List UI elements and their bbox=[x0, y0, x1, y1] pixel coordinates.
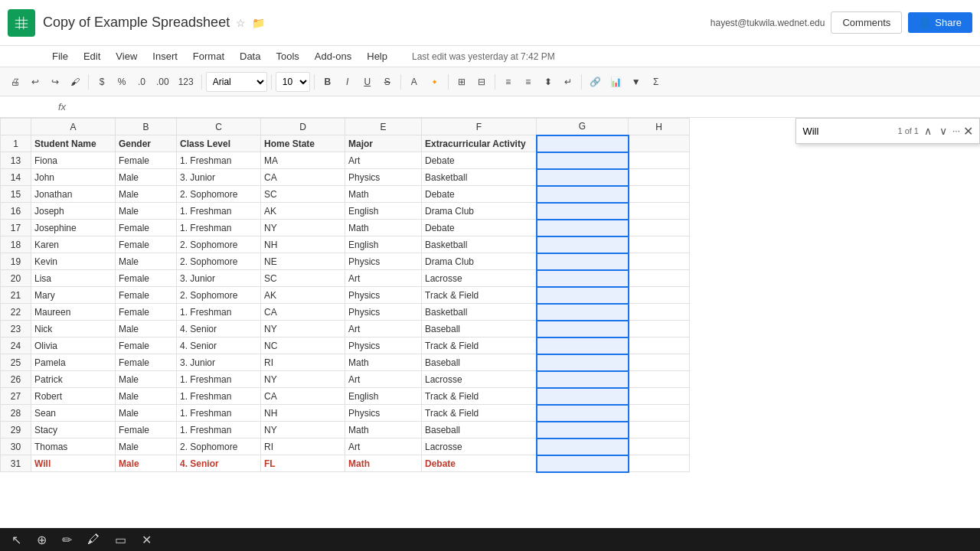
cell-24-4[interactable]: Physics bbox=[345, 337, 422, 354]
folder-icon[interactable]: 📁 bbox=[252, 17, 265, 29]
cell-15-6[interactable] bbox=[537, 186, 629, 203]
cell-28-2[interactable]: 1. Freshman bbox=[177, 405, 261, 422]
cell-14-4[interactable]: Physics bbox=[345, 169, 422, 186]
cell-20-3[interactable]: SC bbox=[261, 270, 345, 287]
cell-25-0[interactable]: Pamela bbox=[31, 354, 116, 371]
cell-29-0[interactable]: Stacy bbox=[31, 422, 116, 439]
cell-31-4[interactable]: Math bbox=[345, 455, 422, 472]
cell-14-0[interactable]: John bbox=[31, 169, 116, 186]
cell-27-6[interactable] bbox=[537, 388, 629, 405]
cell-18-5[interactable]: Basketball bbox=[422, 236, 537, 253]
cell-30-7[interactable] bbox=[629, 439, 690, 455]
cell-21-0[interactable]: Mary bbox=[31, 287, 116, 304]
cell-24-5[interactable]: Track & Field bbox=[422, 337, 537, 354]
cell-27-0[interactable]: Robert bbox=[31, 388, 116, 405]
cell-26-2[interactable]: 1. Freshman bbox=[177, 371, 261, 388]
cell-16-1[interactable]: Male bbox=[116, 203, 177, 220]
cell-28-0[interactable]: Sean bbox=[31, 405, 116, 422]
cell-24-3[interactable]: NC bbox=[261, 337, 345, 354]
cell-22-0[interactable]: Maureen bbox=[31, 304, 116, 321]
cell-24-0[interactable]: Olivia bbox=[31, 337, 116, 354]
cell-28-1[interactable]: Male bbox=[116, 405, 177, 422]
cell-29-6[interactable] bbox=[537, 422, 629, 439]
cell-14-1[interactable]: Male bbox=[116, 169, 177, 186]
cell-14-5[interactable]: Basketball bbox=[422, 169, 537, 186]
cell-15-5[interactable]: Debate bbox=[422, 186, 537, 203]
cell-13-6[interactable] bbox=[537, 152, 629, 169]
cell-30-2[interactable]: 2. Sophomore bbox=[177, 439, 261, 455]
cell-26-5[interactable]: Lacrosse bbox=[422, 371, 537, 388]
percent-button[interactable]: % bbox=[113, 71, 131, 93]
bold-button[interactable]: B bbox=[318, 71, 337, 93]
cell-20-0[interactable]: Lisa bbox=[31, 270, 116, 287]
cell-18-0[interactable]: Karen bbox=[31, 236, 116, 253]
cell-27-7[interactable] bbox=[629, 388, 690, 405]
font-family-select[interactable]: Arial bbox=[206, 72, 267, 92]
cell-14-2[interactable]: 3. Junior bbox=[177, 169, 261, 186]
header-cell-0[interactable]: Student Name bbox=[31, 135, 116, 152]
menu-tools[interactable]: Tools bbox=[270, 49, 305, 64]
cell-28-7[interactable] bbox=[629, 405, 690, 422]
cell-21-7[interactable] bbox=[629, 287, 690, 304]
cell-22-4[interactable]: Physics bbox=[345, 304, 422, 321]
cell-25-4[interactable]: Math bbox=[345, 354, 422, 371]
search-input[interactable] bbox=[802, 126, 894, 137]
italic-button[interactable]: I bbox=[338, 71, 357, 93]
cell-27-3[interactable]: CA bbox=[261, 388, 345, 405]
cell-21-4[interactable]: Physics bbox=[345, 287, 422, 304]
cursor-tool[interactable]: ↖ bbox=[8, 531, 25, 549]
cell-14-6[interactable] bbox=[537, 169, 629, 186]
cell-29-5[interactable]: Baseball bbox=[422, 422, 537, 439]
header-cell-6[interactable] bbox=[537, 135, 629, 152]
cell-30-6[interactable] bbox=[537, 439, 629, 455]
cell-25-5[interactable]: Baseball bbox=[422, 354, 537, 371]
cell-16-4[interactable]: English bbox=[345, 203, 422, 220]
merge-button[interactable]: ⊟ bbox=[472, 71, 491, 93]
cell-22-7[interactable] bbox=[629, 304, 690, 321]
cell-16-6[interactable] bbox=[537, 203, 629, 220]
cell-30-0[interactable]: Thomas bbox=[31, 439, 116, 455]
cell-13-0[interactable]: Fiona bbox=[31, 152, 116, 169]
decimal-inc-button[interactable]: .00 bbox=[152, 71, 173, 93]
print-button[interactable]: 🖨 bbox=[6, 71, 24, 93]
cell-22-1[interactable]: Female bbox=[116, 304, 177, 321]
cell-22-6[interactable] bbox=[537, 304, 629, 321]
cell-18-3[interactable]: NH bbox=[261, 236, 345, 253]
cell-25-7[interactable] bbox=[629, 354, 690, 371]
underline-button[interactable]: U bbox=[358, 71, 377, 93]
cell-15-7[interactable] bbox=[629, 186, 690, 203]
cell-23-6[interactable] bbox=[537, 321, 629, 337]
chart-button[interactable]: 📊 bbox=[606, 71, 626, 93]
col-header-F[interactable]: F bbox=[422, 119, 537, 135]
col-header-H[interactable]: H bbox=[629, 119, 690, 135]
cell-26-0[interactable]: Patrick bbox=[31, 371, 116, 388]
menu-data[interactable]: Data bbox=[234, 49, 266, 64]
cell-30-3[interactable]: RI bbox=[261, 439, 345, 455]
cell-13-4[interactable]: Art bbox=[345, 152, 422, 169]
paint-format-button[interactable]: 🖌 bbox=[66, 71, 84, 93]
col-header-E[interactable]: E bbox=[345, 119, 422, 135]
cell-18-2[interactable]: 2. Sophomore bbox=[177, 236, 261, 253]
function-button[interactable]: Σ bbox=[647, 71, 665, 93]
cell-22-3[interactable]: CA bbox=[261, 304, 345, 321]
cell-19-6[interactable] bbox=[537, 253, 629, 270]
cell-21-2[interactable]: 2. Sophomore bbox=[177, 287, 261, 304]
cell-27-5[interactable]: Track & Field bbox=[422, 388, 537, 405]
cell-25-2[interactable]: 3. Junior bbox=[177, 354, 261, 371]
header-cell-5[interactable]: Extracurricular Activity bbox=[422, 135, 537, 152]
cell-20-7[interactable] bbox=[629, 270, 690, 287]
undo-button[interactable]: ↩ bbox=[26, 71, 44, 93]
cell-26-1[interactable]: Male bbox=[116, 371, 177, 388]
cell-24-7[interactable] bbox=[629, 337, 690, 354]
cell-27-4[interactable]: English bbox=[345, 388, 422, 405]
cell-19-0[interactable]: Kevin bbox=[31, 253, 116, 270]
link-button[interactable]: 🔗 bbox=[586, 71, 605, 93]
cell-13-5[interactable]: Debate bbox=[422, 152, 537, 169]
cell-27-1[interactable]: Male bbox=[116, 388, 177, 405]
search-close-button[interactable]: ✕ bbox=[963, 124, 973, 139]
cell-15-4[interactable]: Math bbox=[345, 186, 422, 203]
cell-21-5[interactable]: Track & Field bbox=[422, 287, 537, 304]
menu-addons[interactable]: Add-ons bbox=[309, 49, 358, 64]
strikethrough-button[interactable]: S bbox=[378, 71, 397, 93]
cell-31-2[interactable]: 4. Senior bbox=[177, 455, 261, 472]
